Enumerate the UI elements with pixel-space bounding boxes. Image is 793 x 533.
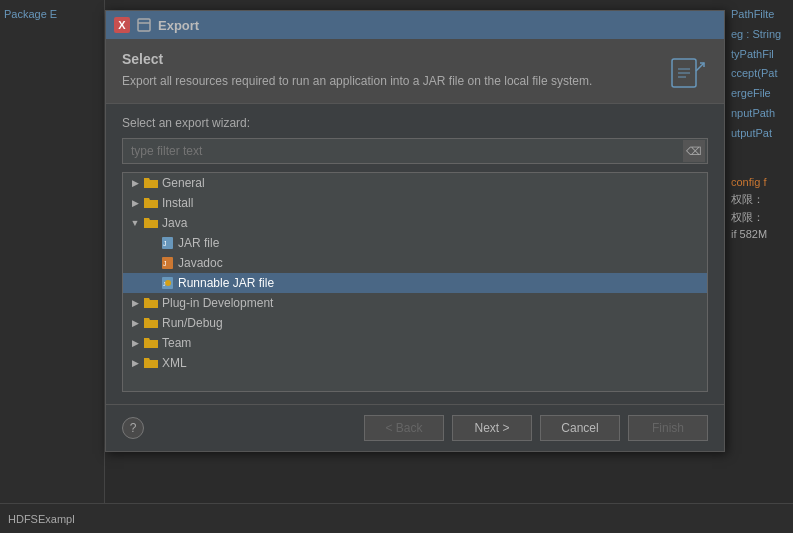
left-panel-text: Package E bbox=[0, 0, 104, 28]
folder-icon-java bbox=[143, 215, 159, 231]
dialog-footer: ? < Back Next > Cancel Finish bbox=[106, 404, 724, 451]
folder-icon-xml bbox=[143, 355, 159, 371]
tree-item-install[interactable]: ▶ Install bbox=[123, 193, 707, 213]
bottom-status-bar: HDFSExampl bbox=[0, 503, 793, 533]
expand-icon-team: ▶ bbox=[127, 335, 143, 351]
search-container: ⌫ bbox=[122, 138, 708, 164]
tree-item-label-general: General bbox=[162, 176, 205, 190]
next-button[interactable]: Next > bbox=[452, 415, 532, 441]
expand-icon-general: ▶ bbox=[127, 175, 143, 191]
tree-item-label-team: Team bbox=[162, 336, 191, 350]
header-description: Export all resources required to run an … bbox=[122, 73, 592, 90]
right-code: PathFilteeg : StringtyPathFilccept(Pater… bbox=[728, 0, 793, 249]
spacer-jar bbox=[143, 235, 159, 251]
tree-item-team[interactable]: ▶ Team bbox=[123, 333, 707, 353]
folder-icon-plugin bbox=[143, 295, 159, 311]
dialog-titlebar: X Export bbox=[106, 11, 724, 39]
expand-icon-xml: ▶ bbox=[127, 355, 143, 371]
dialog-window-icon bbox=[136, 17, 152, 33]
bottom-bar-text: HDFSExampl bbox=[8, 513, 75, 525]
tree-item-label-javadoc: Javadoc bbox=[178, 256, 223, 270]
search-clear-button[interactable]: ⌫ bbox=[683, 140, 705, 162]
spacer-runnable bbox=[143, 275, 159, 291]
dialog-body: Select an export wizard: ⌫ ▶ General bbox=[106, 104, 724, 404]
section-label: Select an export wizard: bbox=[122, 116, 708, 130]
expand-icon-java: ▼ bbox=[127, 215, 143, 231]
cancel-button[interactable]: Cancel bbox=[540, 415, 620, 441]
svg-rect-0 bbox=[138, 19, 150, 31]
left-panel-bg: Package E bbox=[0, 0, 105, 533]
export-header-icon bbox=[668, 51, 708, 91]
folder-icon-team bbox=[143, 335, 159, 351]
export-dialog: X Export Select Export all resources req… bbox=[105, 10, 725, 452]
tree-item-label-plugin: Plug-in Development bbox=[162, 296, 273, 310]
runnable-jar-icon: J bbox=[159, 275, 175, 291]
expand-icon-run: ▶ bbox=[127, 315, 143, 331]
expand-icon-install: ▶ bbox=[127, 195, 143, 211]
svg-line-3 bbox=[696, 63, 704, 71]
jar-file-icon: J bbox=[159, 235, 175, 251]
svg-point-12 bbox=[165, 280, 171, 286]
search-input[interactable] bbox=[123, 139, 683, 163]
back-button[interactable]: < Back bbox=[364, 415, 444, 441]
wizard-tree[interactable]: ▶ General ▶ Install ▼ bbox=[122, 172, 708, 392]
tree-item-label-runnable-jar: Runnable JAR file bbox=[178, 276, 274, 290]
tree-item-label-java: Java bbox=[162, 216, 187, 230]
svg-text:J: J bbox=[163, 260, 167, 267]
folder-icon-install bbox=[143, 195, 159, 211]
folder-icon-run bbox=[143, 315, 159, 331]
tree-item-label-run: Run/Debug bbox=[162, 316, 223, 330]
tree-item-label-install: Install bbox=[162, 196, 193, 210]
screen: Package E PathFilteeg : StringtyPathFilc… bbox=[0, 0, 793, 533]
tree-item-runnable-jar[interactable]: J Runnable JAR file bbox=[123, 273, 707, 293]
tree-item-general[interactable]: ▶ General bbox=[123, 173, 707, 193]
finish-button[interactable]: Finish bbox=[628, 415, 708, 441]
javadoc-icon: J bbox=[159, 255, 175, 271]
close-button[interactable]: X bbox=[114, 17, 130, 33]
tree-item-jar-file[interactable]: J JAR file bbox=[123, 233, 707, 253]
header-title: Select bbox=[122, 51, 592, 67]
tree-item-label-jar-file: JAR file bbox=[178, 236, 219, 250]
tree-item-label-xml: XML bbox=[162, 356, 187, 370]
right-panel-bg: PathFilteeg : StringtyPathFilccept(Pater… bbox=[728, 0, 793, 533]
tree-item-plugin-dev[interactable]: ▶ Plug-in Development bbox=[123, 293, 707, 313]
expand-icon-plugin: ▶ bbox=[127, 295, 143, 311]
folder-icon-general bbox=[143, 175, 159, 191]
tree-item-xml[interactable]: ▶ XML bbox=[123, 353, 707, 373]
tree-item-run-debug[interactable]: ▶ Run/Debug bbox=[123, 313, 707, 333]
tree-item-javadoc[interactable]: J Javadoc bbox=[123, 253, 707, 273]
dialog-title: Export bbox=[158, 18, 199, 33]
tree-item-java[interactable]: ▼ Java bbox=[123, 213, 707, 233]
header-content: Select Export all resources required to … bbox=[122, 51, 592, 90]
svg-text:J: J bbox=[163, 240, 167, 247]
dialog-header: Select Export all resources required to … bbox=[106, 39, 724, 104]
spacer-javadoc bbox=[143, 255, 159, 271]
help-button[interactable]: ? bbox=[122, 417, 144, 439]
